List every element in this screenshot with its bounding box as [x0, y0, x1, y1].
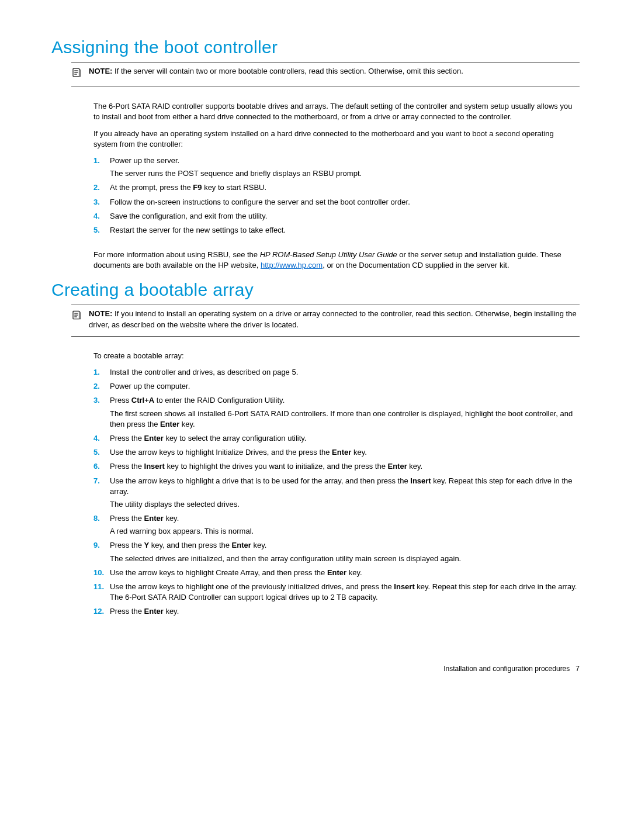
list-item: 5. Restart the server for the new settin…: [93, 225, 580, 236]
step-text: key, and then press the: [149, 541, 231, 549]
step-bold: Enter: [232, 541, 251, 549]
list-item: 8. Press the Enter key. A red warning bo…: [93, 513, 580, 537]
step-bold: Insert: [394, 582, 414, 591]
step-text: Save the configuration, and exit from th…: [110, 212, 267, 220]
list-item: 4. Save the configuration, and exit from…: [93, 211, 580, 222]
step-text: key.: [407, 462, 423, 471]
steps-list-2: 1. Install the controller and drives, as…: [93, 367, 580, 617]
hp-link[interactable]: http://www.hp.com: [261, 261, 323, 269]
step-number: 5.: [93, 447, 110, 458]
list-item: 5. Use the arrow keys to highlight Initi…: [93, 447, 580, 458]
step-number: 9.: [93, 540, 110, 551]
step-bold: Insert: [144, 462, 165, 471]
list-item: 9. Press the Y key, and then press the E…: [93, 540, 580, 564]
step-number: 7.: [93, 476, 110, 486]
list-item: 2. At the prompt, press the F9 key to st…: [93, 182, 580, 193]
note-text-2: NOTE: If you intend to install an operat…: [89, 309, 580, 330]
note-body: If the server will contain two or more b…: [115, 67, 463, 75]
step-text: Follow the on-screen instructions to con…: [110, 198, 410, 206]
step-number: 4.: [93, 433, 110, 444]
step-number: 10.: [93, 568, 110, 578]
list-item: 1. Power up the server. The server runs …: [93, 155, 580, 179]
step-text: Power up the server.: [110, 156, 179, 165]
list-item: 2. Power up the computer.: [93, 381, 580, 392]
note-text-1: NOTE: If the server will contain two or …: [89, 66, 463, 77]
note-body: If you intend to install an operating sy…: [89, 309, 577, 329]
step-subtext: The utility displays the selected drives…: [110, 499, 580, 510]
step-number: 12.: [93, 606, 110, 617]
step-text: Press the: [110, 607, 144, 616]
step-subtext: The selected drives are initialized, and…: [110, 554, 580, 564]
step-text: key.: [164, 607, 179, 616]
step-text: key to select the array configuration ut…: [164, 434, 307, 443]
step-text: Press the: [110, 462, 144, 471]
step-number: 1.: [93, 155, 110, 166]
step-text: Power up the computer.: [110, 382, 190, 390]
heading-assigning: Assigning the boot controller: [51, 35, 580, 60]
heading-creating: Creating a bootable array: [51, 278, 580, 302]
step-text: Press: [110, 396, 131, 405]
step-text: key to highlight the drives you want to …: [165, 462, 388, 471]
step-number: 2.: [93, 182, 110, 193]
step-text: Press the: [110, 514, 144, 523]
step-number: 11.: [93, 582, 110, 592]
paragraph: To create a bootable array:: [93, 351, 580, 361]
note-label: NOTE:: [89, 67, 115, 75]
step-text: key.: [351, 448, 367, 457]
text: For more information about using RSBU, s…: [93, 250, 260, 259]
steps-list-1: 1. Power up the server. The server runs …: [93, 155, 580, 236]
list-item: 10. Use the arrow keys to highlight Crea…: [93, 568, 580, 578]
step-text: At the prompt, press the: [110, 183, 193, 192]
step-bold: Enter: [388, 462, 407, 471]
step-number: 1.: [93, 367, 110, 378]
footer-text: Installation and configuration procedure…: [443, 665, 570, 673]
step-bold: Enter: [327, 568, 346, 577]
note-block-1: NOTE: If the server will contain two or …: [71, 62, 580, 87]
step-subtext: The server runs the POST sequence and br…: [110, 168, 580, 179]
list-item: 3. Press Ctrl+A to enter the RAID Config…: [93, 395, 580, 430]
step-number: 2.: [93, 381, 110, 392]
note-label: NOTE:: [89, 309, 115, 318]
note-icon: [71, 309, 89, 323]
list-item: 1. Install the controller and drives, as…: [93, 367, 580, 378]
list-item: 4. Press the Enter key to select the arr…: [93, 433, 580, 444]
step-text: key.: [164, 514, 179, 523]
step-text: Restart the server for the new settings …: [110, 226, 286, 234]
step-bold: Enter: [144, 434, 164, 443]
step-text: key.: [251, 541, 267, 549]
step-bold: Enter: [144, 514, 164, 523]
step-bold: Insert: [410, 476, 431, 485]
step-subtext: The first screen shows all installed 6-P…: [110, 409, 580, 430]
step-number: 8.: [93, 513, 110, 524]
note-icon: [71, 66, 89, 81]
step-bold: Enter: [144, 607, 164, 616]
page-number: 7: [575, 665, 580, 673]
step-number: 5.: [93, 225, 110, 236]
step-text: key.: [346, 568, 362, 577]
list-item: 6. Press the Insert key to highlight the…: [93, 461, 580, 472]
step-text: Use the arrow keys to highlight a drive …: [110, 476, 410, 485]
bold: Enter: [160, 420, 179, 428]
note-block-2: NOTE: If you intend to install an operat…: [71, 305, 580, 336]
paragraph: The 6-Port SATA RAID controller supports…: [93, 101, 580, 122]
paragraph: If you already have an operating system …: [93, 129, 580, 150]
text: , or on the Documentation CD supplied in…: [323, 261, 509, 269]
list-item: 12. Press the Enter key.: [93, 606, 580, 617]
text: key.: [179, 420, 195, 428]
step-number: 3.: [93, 197, 110, 208]
step-text: Press the: [110, 434, 144, 443]
list-item: 7. Use the arrow keys to highlight a dri…: [93, 476, 580, 510]
step-number: 4.: [93, 211, 110, 222]
step-subtext: A red warning box appears. This is norma…: [110, 526, 580, 537]
step-bold: Ctrl+A: [131, 396, 154, 405]
list-item: 11. Use the arrow keys to highlight one …: [93, 582, 580, 603]
step-number: 3.: [93, 395, 110, 406]
step-text: to enter the RAID Configuration Utility.: [154, 396, 285, 405]
step-bold: Y: [144, 541, 150, 549]
step-text: Press the: [110, 541, 144, 549]
page-footer: Installation and configuration procedure…: [51, 664, 580, 674]
step-text: Use the arrow keys to highlight Initiali…: [110, 448, 332, 457]
step-bold: F9: [193, 183, 202, 192]
step-bold: Enter: [332, 448, 351, 457]
step-number: 6.: [93, 461, 110, 472]
